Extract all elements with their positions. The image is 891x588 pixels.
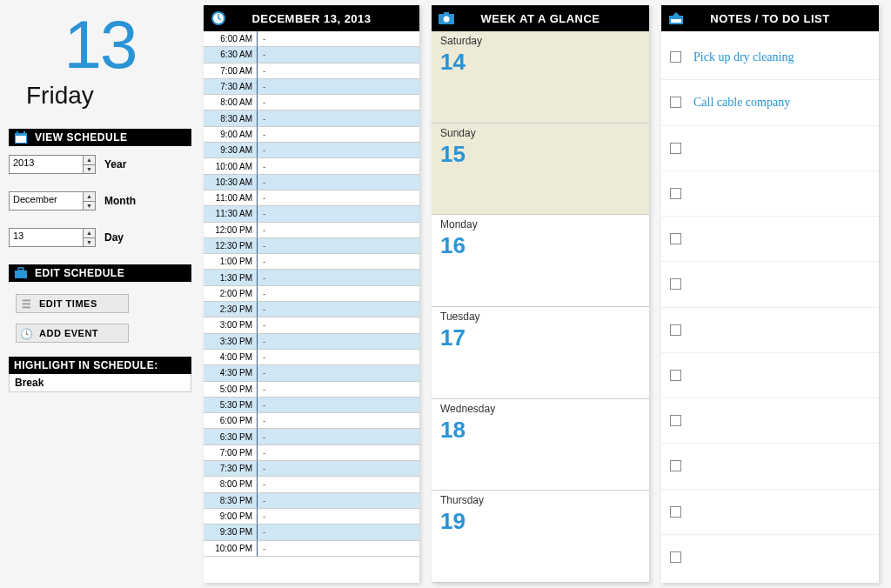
week-day[interactable]: Tuesday17 <box>432 307 649 399</box>
add-event-button[interactable]: 🕓 ADD EVENT <box>16 324 129 343</box>
time-slot[interactable]: 1:30 PM- <box>204 270 419 285</box>
note-checkbox[interactable] <box>670 415 681 426</box>
time-slot[interactable]: 10:00 AM- <box>204 158 419 174</box>
note-checkbox[interactable] <box>670 51 681 63</box>
time-slot[interactable]: 7:30 PM- <box>204 461 419 477</box>
slot-event[interactable]: - <box>258 445 419 461</box>
slot-event[interactable]: - <box>258 398 419 413</box>
week-day[interactable]: Wednesday18 <box>432 399 649 491</box>
slot-event[interactable]: - <box>258 254 419 270</box>
slot-event[interactable]: - <box>258 286 419 302</box>
note-checkbox[interactable] <box>670 370 681 381</box>
slot-event[interactable]: - <box>258 47 419 63</box>
slot-event[interactable]: - <box>258 31 419 47</box>
note-checkbox[interactable] <box>670 233 681 244</box>
time-slot[interactable]: 10:30 AM- <box>204 175 419 190</box>
day-spinner[interactable]: ▲▼ <box>83 229 95 246</box>
time-slot[interactable]: 11:30 AM- <box>204 206 419 222</box>
week-day[interactable]: Thursday19 <box>432 491 649 583</box>
slot-event[interactable]: - <box>258 525 419 540</box>
time-slot[interactable]: 11:00 AM- <box>204 190 419 206</box>
slot-event[interactable]: - <box>258 110 419 126</box>
slot-event[interactable]: - <box>258 270 419 285</box>
note-checkbox[interactable] <box>670 278 681 290</box>
time-slot[interactable]: 7:00 PM- <box>204 445 419 461</box>
time-slot[interactable]: 7:30 AM- <box>204 79 419 95</box>
time-slot[interactable]: 1:00 PM- <box>204 254 419 270</box>
slot-event[interactable]: - <box>258 317 419 333</box>
slot-event[interactable]: - <box>258 143 419 158</box>
time-slot[interactable]: 6:00 PM- <box>204 413 419 429</box>
time-slot[interactable]: 12:30 PM- <box>204 238 419 254</box>
slot-event[interactable]: - <box>258 350 419 365</box>
time-slot[interactable]: 5:00 PM- <box>204 382 419 398</box>
time-slot[interactable]: 3:30 PM- <box>204 334 419 350</box>
time-slot[interactable]: 4:00 PM- <box>204 350 419 365</box>
week-day-number: 16 <box>440 232 466 259</box>
time-slot[interactable]: 6:30 PM- <box>204 429 419 444</box>
slot-event[interactable]: - <box>258 63 419 79</box>
time-slot[interactable]: 2:30 PM- <box>204 302 419 317</box>
month-spinner[interactable]: ▲▼ <box>83 192 95 210</box>
slot-event[interactable]: - <box>258 95 419 110</box>
slot-event[interactable]: - <box>258 382 419 398</box>
week-day[interactable]: Sunday15 <box>432 124 649 216</box>
slot-event[interactable]: - <box>258 461 419 477</box>
time-slot[interactable]: 5:30 PM- <box>204 398 419 413</box>
month-picker[interactable]: December ▲▼ <box>9 191 96 210</box>
slot-event[interactable]: - <box>258 79 419 95</box>
time-slot[interactable]: 6:00 AM- <box>204 31 419 47</box>
note-checkbox[interactable] <box>670 97 681 108</box>
time-slot[interactable]: 8:00 PM- <box>204 477 419 492</box>
note-checkbox[interactable] <box>670 143 681 154</box>
time-slot[interactable]: 4:30 PM- <box>204 365 419 381</box>
slot-event[interactable]: - <box>258 413 419 429</box>
slot-event[interactable]: - <box>258 334 419 350</box>
note-checkbox[interactable] <box>670 506 681 518</box>
time-slot[interactable]: 2:00 PM- <box>204 286 419 302</box>
time-slot[interactable]: 8:30 AM- <box>204 110 419 126</box>
slot-event[interactable]: - <box>258 206 419 222</box>
slot-event[interactable]: - <box>258 223 419 238</box>
slot-event[interactable]: - <box>258 302 419 317</box>
slot-event[interactable]: - <box>258 365 419 381</box>
time-slot[interactable]: 10:00 PM- <box>204 541 419 557</box>
time-slot[interactable]: 9:30 AM- <box>204 143 419 158</box>
slot-event[interactable]: - <box>258 541 419 557</box>
slot-event[interactable]: - <box>258 190 419 206</box>
slot-event[interactable]: - <box>258 429 419 444</box>
note-checkbox[interactable] <box>670 188 681 199</box>
slot-time: 8:00 PM <box>204 477 258 492</box>
time-slot[interactable]: 12:00 PM- <box>204 223 419 238</box>
note-checkbox[interactable] <box>670 324 681 336</box>
week-day[interactable]: Saturday14 <box>432 31 649 124</box>
slot-event[interactable]: - <box>258 127 419 143</box>
day-picker[interactable]: 13 ▲▼ <box>9 228 96 247</box>
highlight-value[interactable]: Break <box>9 374 191 392</box>
slot-time: 9:30 AM <box>204 143 258 158</box>
time-slot[interactable]: 9:30 PM- <box>204 525 419 540</box>
time-slot[interactable]: 6:30 AM- <box>204 47 419 63</box>
edit-times-button[interactable]: ☰ EDIT TIMES <box>16 294 129 313</box>
note-checkbox[interactable] <box>670 460 681 471</box>
time-slot[interactable]: 9:00 PM- <box>204 509 419 525</box>
slot-event[interactable]: - <box>258 158 419 174</box>
note-checkbox[interactable] <box>670 551 681 563</box>
note-text[interactable]: Pick up dry cleaning <box>693 50 794 64</box>
slot-event[interactable]: - <box>258 175 419 190</box>
time-slot[interactable]: 9:00 AM- <box>204 127 419 143</box>
time-slot[interactable]: 7:00 AM- <box>204 63 419 79</box>
note-text[interactable]: Call cable company <box>693 96 790 110</box>
slot-event[interactable]: - <box>258 477 419 492</box>
note-row: Call cable company <box>661 80 879 125</box>
slot-event[interactable]: - <box>258 509 419 525</box>
time-slot[interactable]: 8:30 PM- <box>204 493 419 509</box>
year-picker[interactable]: 2013 ▲▼ <box>9 155 96 174</box>
year-spinner[interactable]: ▲▼ <box>83 156 95 173</box>
slot-event[interactable]: - <box>258 238 419 254</box>
time-slot[interactable]: 8:00 AM- <box>204 95 419 110</box>
time-slot[interactable]: 3:00 PM- <box>204 317 419 333</box>
note-row <box>661 490 879 535</box>
week-day[interactable]: Monday16 <box>432 215 649 307</box>
slot-event[interactable]: - <box>258 493 419 509</box>
